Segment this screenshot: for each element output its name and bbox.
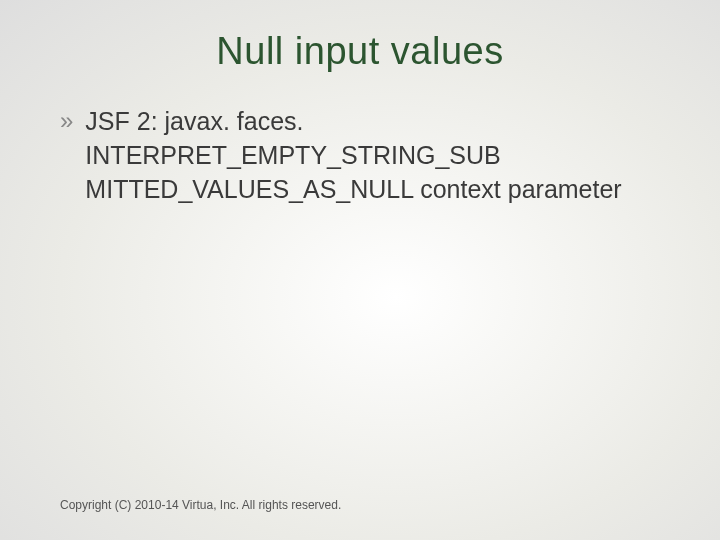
slide-title: Null input values xyxy=(50,30,670,73)
bullet-item: » JSF 2: javax. faces. INTERPRET_EMPTY_S… xyxy=(60,105,670,206)
slide-container: Null input values » JSF 2: javax. faces.… xyxy=(0,0,720,540)
slide-content: » JSF 2: javax. faces. INTERPRET_EMPTY_S… xyxy=(50,105,670,206)
bullet-marker-icon: » xyxy=(60,105,73,136)
bullet-text: JSF 2: javax. faces. INTERPRET_EMPTY_STR… xyxy=(85,105,670,206)
copyright-footer: Copyright (C) 2010-14 Virtua, Inc. All r… xyxy=(60,498,341,512)
